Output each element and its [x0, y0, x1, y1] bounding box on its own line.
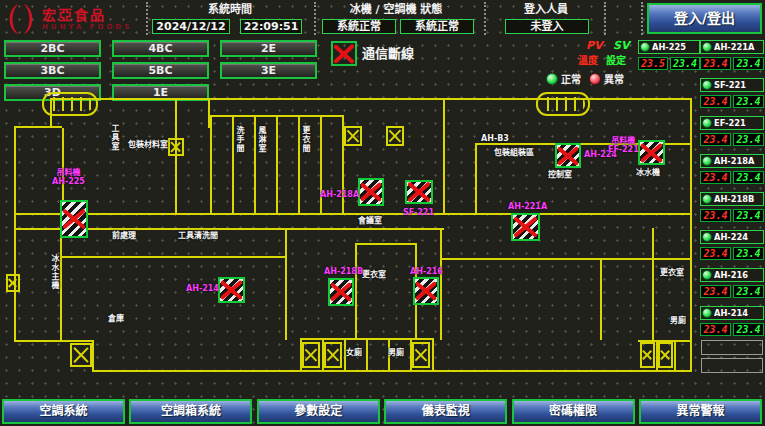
- crossed-room-icon: [324, 342, 342, 368]
- unit-AH-221A[interactable]: AH-221A23.423.4: [700, 40, 764, 70]
- device-tag: AH-216: [410, 267, 443, 276]
- room-label: AH-B3: [481, 134, 509, 143]
- device-tag: AH-218A: [320, 190, 359, 199]
- pv-desc-label: 溫度: [578, 55, 598, 67]
- login-user-label: 登入人員: [498, 3, 594, 17]
- device-AH-216[interactable]: [413, 277, 439, 305]
- wall-segment: [285, 228, 287, 340]
- unit-AH-218A[interactable]: AH-218A23.423.4: [700, 154, 764, 184]
- nav-button-3[interactable]: 參數設定: [257, 399, 380, 424]
- unit-AH-214[interactable]: AH-21423.423.4: [700, 306, 764, 336]
- unit-AH-218B[interactable]: AH-218B23.423.4: [700, 192, 764, 222]
- room-label: 包裝組裝區: [494, 148, 534, 157]
- login-logout-button[interactable]: 登入/登出: [647, 3, 762, 34]
- unit-status-led: [702, 308, 712, 318]
- floor-plan: 工具室包裝材料室洗手間風淋室更衣間AH-B3包裝組裝區控制室冰水機會議室工具清洗…: [0, 88, 700, 395]
- device-tag: AH-214: [186, 284, 219, 293]
- nav-button-1[interactable]: 空調系統: [2, 399, 125, 424]
- sv-desc-label: 設定: [606, 55, 626, 67]
- stairwell-icon: [536, 92, 590, 116]
- crossed-room-icon: [344, 126, 362, 146]
- unit-sv-value: 23.4: [733, 171, 764, 184]
- unit-status-led: [702, 232, 712, 242]
- unit-pv-value: 23.4: [700, 57, 731, 70]
- crossed-room-icon: [302, 342, 320, 368]
- wall-segment: [254, 115, 256, 213]
- unit-name: AH-225: [652, 42, 686, 52]
- unit-sv-value: 23.4: [733, 133, 764, 146]
- unit-sv-value: 23.4: [733, 95, 764, 108]
- wall-segment: [674, 340, 676, 370]
- floor-button-4bc[interactable]: 4BC: [112, 40, 209, 57]
- unit-sv-value: 23.4: [733, 285, 764, 298]
- unit-sv-value: 23.4: [733, 323, 764, 336]
- stairwell-icon: [42, 92, 98, 116]
- room-label: 女廁: [346, 348, 362, 357]
- unit-AH-224[interactable]: AH-22423.423.4: [700, 230, 764, 260]
- floor-button-3e[interactable]: 3E: [220, 62, 317, 79]
- device-SF-221[interactable]: [405, 180, 433, 204]
- room-label: 前處理: [112, 231, 136, 240]
- wall-segment: [210, 98, 692, 100]
- floor-button-3bc[interactable]: 3BC: [4, 62, 101, 79]
- unit-name: AH-218A: [714, 156, 754, 166]
- floor-button-2bc[interactable]: 2BC: [4, 40, 101, 57]
- crossed-room-icon: [70, 343, 92, 367]
- legend-abnormal-led: [589, 73, 601, 85]
- unit-pv-value: 23.4: [700, 247, 731, 260]
- unit-SF-221[interactable]: SF-22123.423.4: [700, 78, 764, 108]
- unit-EF-221[interactable]: EF-22123.423.4: [700, 116, 764, 146]
- nav-button-5[interactable]: 密碼權限: [512, 399, 635, 424]
- floor-button-2e[interactable]: 2E: [220, 40, 317, 57]
- unit-name: AH-224: [714, 232, 748, 242]
- wall-segment: [690, 98, 692, 370]
- device-AH-214[interactable]: [218, 277, 245, 303]
- wall-segment: [652, 228, 654, 340]
- unit-pv-value: 23.4: [700, 95, 731, 108]
- device-tag: SF-221: [403, 208, 434, 217]
- device-AH-221A[interactable]: [511, 213, 540, 241]
- wall-segment: [440, 228, 442, 340]
- brand-logo: 宏亞食品 HUNYA FOODS: [4, 2, 132, 36]
- login-user-value: 未登入: [505, 19, 589, 34]
- crossed-room-icon: [412, 342, 430, 368]
- brand-name-en: HUNYA FOODS: [42, 23, 132, 32]
- unit-status-led: [702, 118, 712, 128]
- floor-button-5bc[interactable]: 5BC: [112, 62, 209, 79]
- unit-sv-value: 23.4: [733, 57, 764, 70]
- unit-pv-value: 23.4: [700, 133, 731, 146]
- legend-normal-label: 正常: [561, 74, 581, 86]
- legend-normal-led: [546, 73, 558, 85]
- room-label: 更衣間: [301, 126, 310, 153]
- unit-AH-225[interactable]: AH-22523.523.4: [638, 40, 700, 70]
- nav-button-6[interactable]: 異常警報: [639, 399, 762, 424]
- unit-name: AH-214: [714, 308, 748, 318]
- unit-pv-value: 23.4: [700, 285, 731, 298]
- device-EF-221[interactable]: [638, 140, 665, 165]
- system-clock-value: 22:09:51: [240, 19, 302, 34]
- nav-button-2[interactable]: 空調箱系統: [129, 399, 252, 424]
- nav-button-4[interactable]: 儀表監視: [384, 399, 507, 424]
- device-AH-224[interactable]: [555, 143, 581, 168]
- device-AH-218A[interactable]: [358, 178, 384, 206]
- wall-segment: [443, 100, 445, 214]
- crossed-room-icon: [386, 126, 404, 146]
- unit-sv-value: 23.4: [733, 209, 764, 222]
- legend-abnormal-label: 異常: [604, 74, 624, 86]
- wall-segment: [14, 126, 16, 342]
- hmi-screen: 宏亞食品 HUNYA FOODS 系統時間 2024/12/12 22:09:5…: [0, 0, 765, 426]
- crossed-room-icon: [168, 138, 184, 156]
- wall-segment: [14, 213, 692, 215]
- unit-pv-value: 23.5: [638, 57, 668, 70]
- header-divider: [314, 2, 316, 35]
- unit-AH-216[interactable]: AH-21623.423.4: [700, 268, 764, 298]
- crossed-room-icon: [658, 342, 673, 368]
- device-tag: AH-221A: [508, 202, 547, 211]
- device-tag: 吊料機 AH-225: [52, 168, 85, 186]
- unit-name: SF-221: [714, 80, 746, 90]
- device-AH-218B[interactable]: [328, 278, 354, 306]
- device-AH-225[interactable]: [60, 200, 88, 238]
- empty-slot: [701, 340, 763, 355]
- room-label: 倉庫: [108, 314, 124, 323]
- empty-slot: [701, 358, 763, 373]
